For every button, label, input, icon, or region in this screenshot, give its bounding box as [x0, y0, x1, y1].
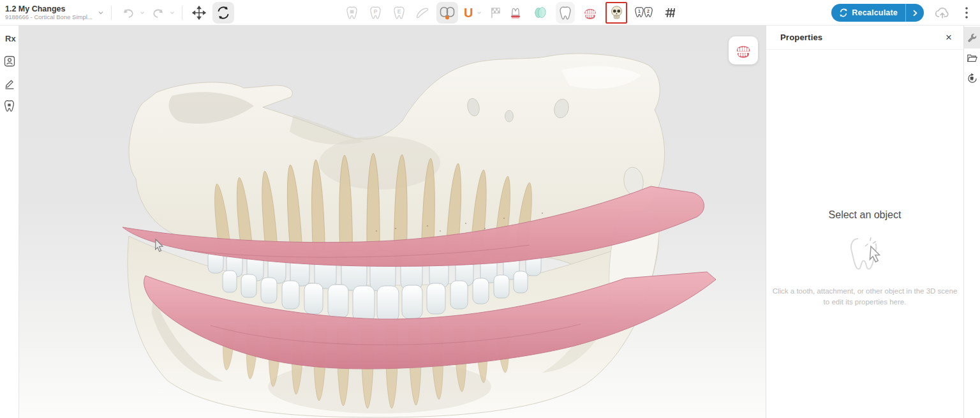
- pan-tool-icon[interactable]: [189, 2, 209, 24]
- recalculate-button[interactable]: Recalculate: [831, 4, 924, 22]
- edit-pencil-icon[interactable]: [3, 77, 17, 91]
- tooth-plain-icon[interactable]: [556, 2, 575, 24]
- dentures-icon: [734, 41, 753, 59]
- stage-flag-icon[interactable]: [486, 2, 505, 24]
- skull-bone-view-icon[interactable]: [605, 2, 627, 24]
- mouse-cursor: [153, 238, 166, 255]
- app-window: 1.2 My Changes 9188666 - Cortical Bone S…: [0, 0, 980, 418]
- top-toolbar: 1.2 My Changes 9188666 - Cortical Bone S…: [0, 0, 980, 26]
- toolbar-separator: [182, 6, 182, 20]
- toolbar-center-group-a: P E U: [342, 0, 505, 26]
- arch-dropdown-icon[interactable]: [477, 10, 482, 15]
- empty-state-title: Select an object: [766, 209, 963, 221]
- tooth-numbering-icon[interactable]: 1 2: [633, 2, 655, 24]
- properties-header: Properties ×: [766, 26, 963, 50]
- attachment-tooth-icon[interactable]: [342, 2, 361, 24]
- svg-text:Rx: Rx: [5, 34, 16, 43]
- toolbar-left-group: 1.2 My Changes 9188666 - Cortical Bone S…: [5, 0, 234, 26]
- redo-dropdown-icon[interactable]: [170, 10, 175, 15]
- main-area: Rx: [0, 26, 980, 418]
- properties-panel: Properties × Select an object Click a to…: [766, 26, 963, 418]
- empty-state-caption: Click a tooth, attachment, or other obje…: [769, 286, 961, 308]
- case-title: 1.2 My Changes: [5, 4, 93, 13]
- more-menu-icon[interactable]: [961, 2, 972, 24]
- recalculate-label: Recalculate: [852, 8, 898, 17]
- redo-button[interactable]: [149, 2, 168, 24]
- extraction-tooth-icon[interactable]: E: [389, 2, 408, 24]
- undo-button[interactable]: [119, 2, 138, 24]
- svg-text:1: 1: [638, 9, 641, 13]
- svg-text:E: E: [397, 8, 401, 15]
- left-sidebar: Rx: [0, 26, 19, 418]
- close-icon[interactable]: ×: [943, 31, 954, 44]
- svg-text:P: P: [373, 8, 377, 15]
- properties-empty-state: Select an object Click a tooth, attachme…: [766, 209, 963, 308]
- tooth-attachment-sidebar-icon[interactable]: [3, 99, 17, 113]
- folder-open-icon[interactable]: [964, 47, 980, 69]
- arch-occlusion-icon[interactable]: [436, 2, 458, 24]
- wrench-properties-icon[interactable]: [964, 27, 980, 49]
- case-version-chevron-icon[interactable]: [98, 7, 104, 19]
- toolbar-separator: [111, 6, 112, 20]
- undo-dropdown-icon[interactable]: [140, 10, 145, 15]
- cloud-upload-icon[interactable]: [933, 2, 952, 24]
- superimposition-icon[interactable]: [531, 2, 550, 24]
- case-selector[interactable]: 1.2 My Changes 9188666 - Cortical Bone S…: [5, 4, 93, 20]
- pontic-tooth-icon[interactable]: P: [366, 2, 385, 24]
- prescription-icon[interactable]: Rx: [3, 32, 17, 46]
- upper-arch-toggle[interactable]: U: [463, 6, 474, 19]
- bite-ramp-icon[interactable]: [413, 2, 432, 24]
- patient-card-icon[interactable]: [3, 54, 17, 68]
- 3d-scene[interactable]: [19, 26, 766, 418]
- toolbar-right-group: Recalculate: [831, 0, 972, 26]
- tooth-select-icon: [844, 235, 886, 276]
- right-rail: [963, 26, 980, 418]
- gingiva-dentures-icon[interactable]: [581, 2, 600, 24]
- case-subtitle: 9188666 - Cortical Bone Simpl...: [5, 14, 93, 21]
- viewport-3d[interactable]: [19, 26, 766, 418]
- tooth-rotate-reset-icon[interactable]: [964, 68, 980, 89]
- properties-title: Properties: [780, 33, 822, 42]
- dentures-view-button[interactable]: [729, 36, 758, 64]
- toolbar-center-group-b: 1 2: [506, 0, 679, 26]
- recalculate-main[interactable]: Recalculate: [831, 8, 905, 17]
- refresh-icon: [839, 8, 848, 17]
- ipr-crown-icon[interactable]: [506, 2, 525, 24]
- rotate-tool-icon[interactable]: [212, 2, 234, 24]
- svg-text:2: 2: [647, 9, 650, 13]
- recalculate-dropdown[interactable]: [906, 4, 924, 22]
- grid-icon[interactable]: [660, 2, 679, 24]
